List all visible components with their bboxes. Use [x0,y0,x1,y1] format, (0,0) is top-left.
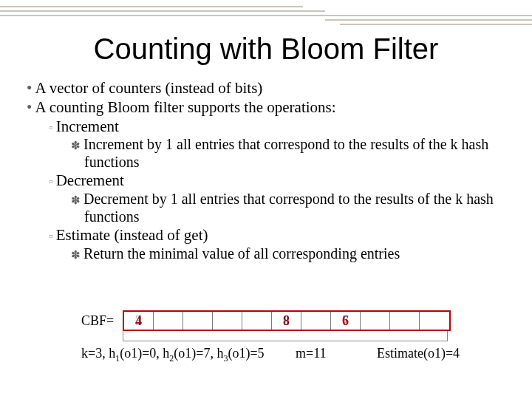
cell-10 [420,312,449,330]
bullet-decrement: Decrement [27,171,505,190]
bullet-operations: A counting Bloom filter supports the ope… [27,98,505,117]
cell-2 [183,312,213,330]
cell-5: 89 [272,312,301,330]
bullet-increment-desc: Increment by 1 all entries that correspo… [27,136,505,171]
bullet-estimate-desc: Return the minimal value of all correspo… [27,245,505,263]
cell-9 [390,312,420,330]
m-bracket [123,331,448,341]
slide-body: A vector of counters (instead of bits) A… [0,66,532,263]
header-decoration [0,0,532,25]
cell-1 [154,312,183,330]
cbf-grid: 43 89 67 [123,310,451,331]
cell-0: 43 [124,312,154,330]
estimate-result: Estimate(o1)=4 [377,346,460,361]
bullet-vector: A vector of counters (instead of bits) [27,79,505,98]
cell-4 [242,312,272,330]
slide-title: Counting with Bloom Filter [0,33,532,66]
cell-7: 67 [331,312,361,330]
bullet-increment: Increment [27,117,505,136]
hash-params: k=3, h1(o1)=0, h2(o1)=7, h3(o1)=5 [81,346,265,364]
cbf-label: CBF= [81,313,114,329]
cell-3 [213,312,242,330]
m-label: m=11 [296,346,326,361]
cell-6 [301,312,331,330]
cell-8 [361,312,390,330]
bullet-decrement-desc: Decrement by 1 all entries that correspo… [27,191,505,225]
bullet-estimate: Estimate (instead of get) [27,226,505,245]
